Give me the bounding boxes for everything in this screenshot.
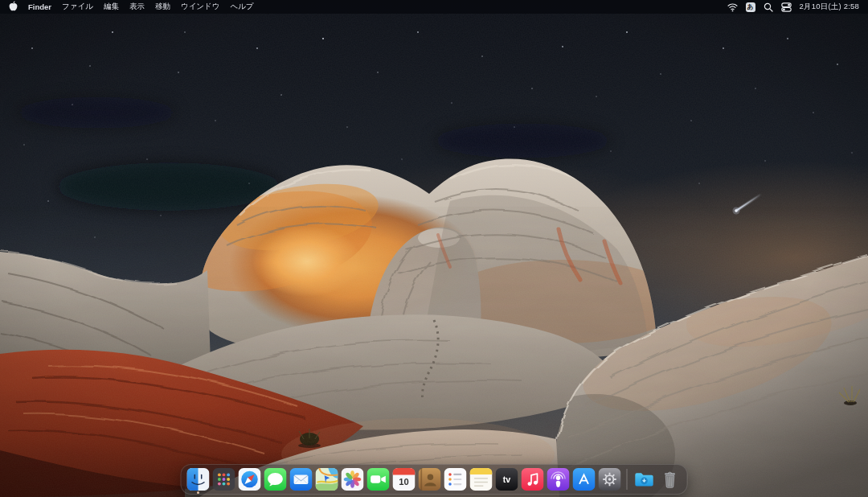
- dock-separator: [627, 469, 628, 490]
- dock-item-notes[interactable]: [470, 468, 493, 491]
- launchpad-icon: [213, 468, 235, 491]
- menu-window[interactable]: ウインドウ: [181, 2, 220, 12]
- contacts-icon: [419, 468, 441, 491]
- dock-item-system-settings[interactable]: [599, 468, 621, 491]
- wifi-icon[interactable]: [727, 2, 738, 12]
- dock-item-trash[interactable]: [659, 468, 682, 491]
- desktop-wallpaper: [0, 0, 868, 497]
- spotlight-search-icon[interactable]: [764, 2, 773, 12]
- menu-file[interactable]: ファイル: [62, 2, 93, 12]
- apple-logo-icon: [9, 1, 18, 11]
- svg-text:10: 10: [399, 477, 408, 487]
- dock-item-app-store[interactable]: [573, 468, 596, 491]
- apple-tv-icon: tv: [496, 468, 518, 491]
- dock-item-finder[interactable]: [187, 468, 210, 491]
- finder-icon: [187, 468, 210, 491]
- notes-icon: [470, 468, 493, 491]
- control-center-icon[interactable]: [781, 2, 792, 12]
- downloads-folder-icon: [633, 468, 656, 491]
- dock-item-maps[interactable]: [316, 468, 338, 491]
- ime-input-badge[interactable]: あ: [746, 2, 755, 12]
- running-indicator: [197, 491, 199, 494]
- svg-text:tv: tv: [503, 474, 511, 484]
- menu-go[interactable]: 移動: [155, 2, 170, 12]
- dock-item-messages[interactable]: [264, 468, 287, 491]
- reminders-icon: [444, 468, 467, 491]
- menu-clock[interactable]: 2月10日(土) 2:58: [800, 2, 859, 12]
- dock-item-safari[interactable]: [239, 468, 261, 491]
- dock-item-music[interactable]: [522, 468, 544, 491]
- menu-view[interactable]: 表示: [129, 2, 145, 12]
- safari-icon: [239, 468, 261, 491]
- podcasts-icon: [547, 468, 570, 491]
- calendar-icon: 10: [393, 468, 416, 491]
- gear-icon: [599, 468, 621, 491]
- app-store-icon: [573, 468, 596, 491]
- menu-edit[interactable]: 編集: [104, 2, 119, 12]
- dock-item-launchpad[interactable]: [213, 468, 235, 491]
- dock: 10: [181, 464, 688, 495]
- apple-menu[interactable]: [9, 1, 18, 13]
- dock-item-contacts[interactable]: [419, 468, 441, 491]
- dock-item-downloads-folder[interactable]: [633, 468, 656, 491]
- dock-item-facetime[interactable]: [367, 468, 390, 491]
- dock-item-mail[interactable]: [290, 468, 313, 491]
- dock-item-podcasts[interactable]: [547, 468, 570, 491]
- dock-item-photos[interactable]: [342, 468, 364, 491]
- menu-help[interactable]: ヘルプ: [231, 2, 254, 12]
- facetime-icon: [367, 468, 390, 491]
- menu-app-name[interactable]: Finder: [28, 2, 51, 11]
- menu-bar: Finder ファイル 編集 表示 移動 ウインドウ ヘルプ あ: [0, 0, 868, 14]
- maps-icon: [316, 468, 338, 491]
- photos-icon: [342, 468, 364, 491]
- dock-item-calendar[interactable]: 10: [393, 468, 416, 491]
- dock-item-tv[interactable]: tv: [496, 468, 518, 491]
- mail-icon: [290, 468, 313, 491]
- messages-icon: [264, 468, 287, 491]
- music-icon: [522, 468, 544, 491]
- desktop[interactable]: Finder ファイル 編集 表示 移動 ウインドウ ヘルプ あ: [0, 0, 868, 497]
- dock-item-reminders[interactable]: [444, 468, 467, 491]
- trash-icon: [659, 468, 682, 491]
